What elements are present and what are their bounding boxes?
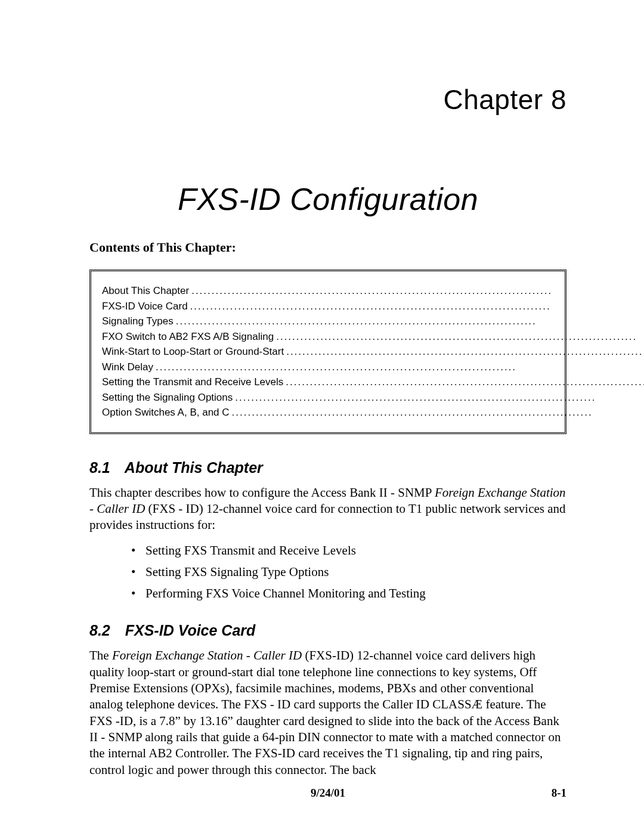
section-8-2-paragraph: The Foreign Exchange Station - Caller ID…: [89, 648, 566, 778]
italic-run: Foreign Exchange Station - Caller ID: [112, 648, 302, 662]
toc-entry: FXO Switch to AB2 FXS A/B Signaling2: [102, 329, 644, 345]
list-item: Setting FXS Transmit and Receive Levels: [131, 540, 566, 562]
toc-title: Setting the Signaling Options: [102, 390, 233, 405]
toc-title: FXS-ID Voice Card: [102, 299, 188, 314]
footer-date: 9/24/01: [89, 786, 566, 800]
section-heading-8-1: 8.1 About This Chapter: [89, 459, 566, 476]
toc-leader: [156, 360, 644, 375]
chapter-title: FXS-ID Configuration: [89, 181, 566, 217]
text-run: (FXS-ID) 12-channel voice card delivers …: [89, 648, 561, 776]
page-footer: 9/24/01 8-1: [89, 786, 566, 800]
section-8-1-bullets: Setting FXS Transmit and Receive Levels …: [131, 540, 566, 604]
toc-leader: [190, 299, 644, 314]
table-of-contents: About This Chapter1 FXS-ID Voice Card1 S…: [89, 270, 566, 434]
list-item: Performing FXS Voice Channel Monitoring …: [131, 583, 566, 605]
toc-entry: Setting the Transmit and Receive Levels3: [102, 374, 644, 390]
toc-title: Option Switches A, B, and C: [102, 405, 230, 420]
toc-leader: [176, 314, 644, 329]
toc-leader: [232, 405, 644, 420]
chapter-label: Chapter 8: [89, 83, 566, 116]
toc-title: Wink Delay: [102, 360, 153, 375]
toc-entry: Signaling Types2: [102, 314, 644, 329]
toc-leader: [276, 329, 644, 345]
toc-entry: Wink Delay3: [102, 360, 644, 375]
document-page: Chapter 8 FXS-ID Configuration Contents …: [0, 0, 644, 833]
section-8-1-paragraph: This chapter describes how to configure …: [89, 485, 566, 534]
toc-entry: Option Switches A, B, and C6: [102, 405, 644, 420]
toc-leader: [286, 374, 644, 390]
toc-entry: About This Chapter1: [102, 283, 644, 299]
text-run: (FXS - ID) 12-channel voice card for con…: [89, 501, 566, 532]
toc-title: Signaling Types: [102, 314, 174, 329]
toc-title: Setting the Transmit and Receive Levels: [102, 374, 283, 390]
toc-entry: FXS-ID Voice Card1: [102, 299, 644, 314]
toc-leader: [235, 390, 644, 405]
toc-leader: [286, 344, 644, 360]
toc-title: FXO Switch to AB2 FXS A/B Signaling: [102, 329, 274, 345]
list-item: Setting FXS Signaling Type Options: [131, 562, 566, 583]
toc-entry: Setting the Signaling Options6: [102, 390, 644, 405]
section-heading-8-2: 8.2 FXS-ID Voice Card: [89, 622, 566, 639]
toc-title: About This Chapter: [102, 283, 189, 299]
contents-heading: Contents of This Chapter:: [89, 240, 566, 255]
toc-entry: Wink-Start to Loop-Start or Ground-Start…: [102, 344, 644, 360]
toc-column-left: About This Chapter1 FXS-ID Voice Card1 S…: [102, 283, 644, 420]
text-run: The: [89, 648, 112, 662]
text-run: This chapter describes how to configure …: [89, 485, 435, 500]
toc-leader: [191, 283, 644, 299]
toc-title: Wink-Start to Loop-Start or Ground-Start: [102, 344, 284, 360]
